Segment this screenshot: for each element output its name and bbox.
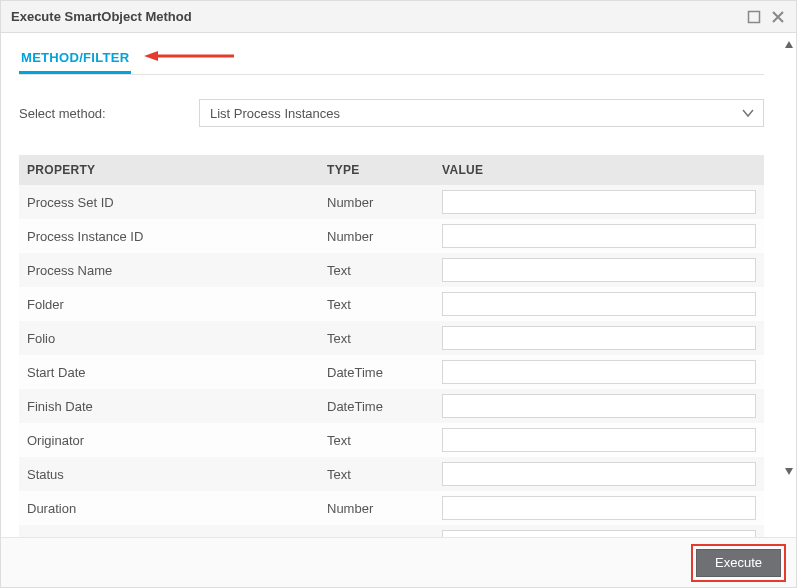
property-cell: Start Date [19, 355, 319, 389]
type-cell: Number [319, 219, 434, 253]
execute-button[interactable]: Execute [696, 549, 781, 577]
value-cell [434, 321, 764, 355]
value-input[interactable] [442, 224, 756, 248]
table-row: Finish DateDateTime [19, 389, 764, 423]
value-cell [434, 389, 764, 423]
vertical-scrollbar[interactable] [782, 33, 796, 537]
col-header-value: VALUE [434, 155, 764, 185]
select-method-row: Select method: List Process Instances [19, 99, 764, 127]
table-row: PriorityText [19, 525, 764, 537]
table-row: Process Instance IDNumber [19, 219, 764, 253]
value-input[interactable] [442, 360, 756, 384]
value-input[interactable] [442, 190, 756, 214]
property-cell: Originator [19, 423, 319, 457]
type-cell: Number [319, 491, 434, 525]
value-input[interactable] [442, 326, 756, 350]
property-cell: Process Set ID [19, 185, 319, 219]
select-method-dropdown[interactable]: List Process Instances [199, 99, 764, 127]
svg-marker-4 [785, 468, 793, 475]
value-cell [434, 525, 764, 537]
svg-marker-3 [785, 41, 793, 48]
title-bar: Execute SmartObject Method [1, 1, 796, 33]
property-cell: Priority [19, 525, 319, 537]
value-input[interactable] [442, 530, 756, 537]
value-input[interactable] [442, 428, 756, 452]
properties-table: PROPERTY TYPE VALUE Process Set IDNumber… [19, 155, 764, 537]
value-cell [434, 287, 764, 321]
value-input[interactable] [442, 496, 756, 520]
value-cell [434, 219, 764, 253]
footer-bar: Execute [1, 537, 796, 587]
scroll-down-icon[interactable] [782, 463, 796, 479]
value-cell [434, 253, 764, 287]
window-controls [746, 9, 786, 25]
execute-highlight: Execute [691, 544, 786, 582]
value-cell [434, 185, 764, 219]
maximize-icon[interactable] [746, 9, 762, 25]
property-cell: Folio [19, 321, 319, 355]
window-title: Execute SmartObject Method [11, 9, 746, 24]
table-header-row: PROPERTY TYPE VALUE [19, 155, 764, 185]
type-cell: Text [319, 321, 434, 355]
type-cell: Text [319, 423, 434, 457]
content-area: METHOD/FILTER Select method: List Proces… [1, 33, 782, 537]
svg-rect-0 [749, 11, 760, 22]
svg-marker-2 [144, 51, 158, 61]
scroll-up-icon[interactable] [782, 37, 796, 53]
body-wrap: METHOD/FILTER Select method: List Proces… [1, 33, 796, 537]
close-icon[interactable] [770, 9, 786, 25]
type-cell: Number [319, 185, 434, 219]
type-cell: DateTime [319, 389, 434, 423]
col-header-type: TYPE [319, 155, 434, 185]
type-cell: Text [319, 457, 434, 491]
value-cell [434, 423, 764, 457]
value-input[interactable] [442, 394, 756, 418]
chevron-down-icon [741, 106, 755, 123]
select-method-value: List Process Instances [210, 106, 340, 121]
table-row: StatusText [19, 457, 764, 491]
value-cell [434, 457, 764, 491]
table-row: FolderText [19, 287, 764, 321]
tab-method-filter[interactable]: METHOD/FILTER [19, 50, 131, 74]
property-cell: Status [19, 457, 319, 491]
value-cell [434, 491, 764, 525]
select-method-label: Select method: [19, 106, 199, 121]
type-cell: Text [319, 525, 434, 537]
value-input[interactable] [442, 462, 756, 486]
table-row: Process NameText [19, 253, 764, 287]
table-row: FolioText [19, 321, 764, 355]
table-row: Process Set IDNumber [19, 185, 764, 219]
value-input[interactable] [442, 292, 756, 316]
value-cell [434, 355, 764, 389]
property-cell: Duration [19, 491, 319, 525]
type-cell: Text [319, 253, 434, 287]
property-cell: Process Instance ID [19, 219, 319, 253]
table-row: Start DateDateTime [19, 355, 764, 389]
property-cell: Process Name [19, 253, 319, 287]
type-cell: Text [319, 287, 434, 321]
col-header-property: PROPERTY [19, 155, 319, 185]
property-cell: Finish Date [19, 389, 319, 423]
type-cell: DateTime [319, 355, 434, 389]
annotation-arrow-icon [144, 49, 234, 63]
table-row: DurationNumber [19, 491, 764, 525]
value-input[interactable] [442, 258, 756, 282]
tab-bar: METHOD/FILTER [19, 47, 764, 75]
table-row: OriginatorText [19, 423, 764, 457]
property-cell: Folder [19, 287, 319, 321]
dialog-window: Execute SmartObject Method METHOD/FILTER… [0, 0, 797, 588]
